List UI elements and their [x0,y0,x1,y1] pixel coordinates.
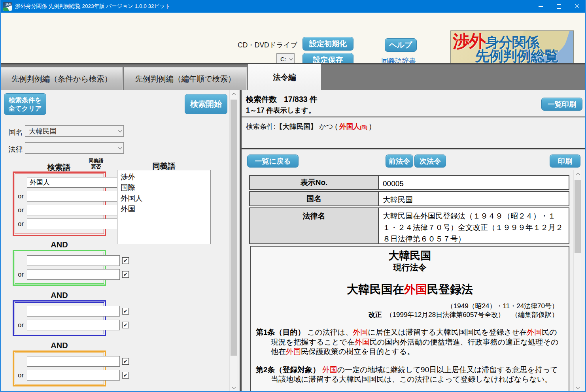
minimize-button[interactable] [531,0,550,13]
search-start-button[interactable]: 検索開始 [185,94,227,114]
detail-label-display-no: 表示No. [250,176,379,189]
chevron-down-icon [118,145,122,149]
detail-value-display-no: 00005 [379,176,569,189]
or-label: or [18,271,27,279]
result-count-line: 検索件数17/833 件 [246,94,318,105]
synonym-checkbox[interactable]: ✔ [122,257,129,264]
and-label: AND [13,341,106,350]
document-article-1: 第1条（目的） この法律は、外国に居住又は滞留する大韓民国国民を登録させ在外国民… [256,328,564,357]
logo-line2: 先例判例総覧 [475,47,558,63]
next-law-button[interactable]: 次法令 [414,155,446,168]
or-label: or [18,192,27,200]
synonym-item[interactable]: 外国人 [121,193,207,204]
back-to-list-button[interactable]: 一覧に戻る [247,155,299,168]
law-select[interactable] [25,142,124,154]
or-label: or [18,206,27,214]
search-term-input-9[interactable] [27,356,120,367]
search-term-input-3[interactable] [27,205,120,215]
table-row: 国名 大韓民国 [249,191,569,206]
drive-select-value: C: [280,56,286,62]
scroll-up-button[interactable] [230,90,238,98]
maximize-button[interactable] [550,0,568,13]
synonym-required-header: 同義語 要否 [82,158,110,170]
clear-button-line1: 検索条件を [9,96,42,104]
and-label: AND [13,291,106,300]
scroll-down-button[interactable] [574,384,582,392]
scroll-up-button[interactable] [574,170,582,178]
app-icon-text: 渉外 [6,2,11,6]
search-term-input-1[interactable] [27,177,120,188]
document-scrollbar[interactable] [573,170,581,392]
settings-init-button[interactable]: 設定初期化 [302,37,353,51]
synonym-checkbox[interactable]: ✔ [122,372,129,379]
search-term-input-4[interactable] [27,219,120,229]
table-row: 表示No. 00005 [249,175,569,190]
chevron-down-icon [289,57,293,60]
detail-label-law-name: 法律名 [250,208,379,243]
result-display-line: 1～17 件表示します。 [246,106,315,115]
document-country-heading: 大韓民国 [256,249,564,262]
synonym-item[interactable]: 外国 [121,204,207,214]
document-subtitle: 現行法令 [256,262,564,273]
search-panel: 検索条件を 全てクリア 検索開始 国名 大韓民国 法律 検索語 同義語 要否 同… [0,90,240,392]
search-term-input-10[interactable] [27,370,120,381]
search-term-input-6[interactable] [27,269,120,280]
search-group-3-inner: ✔ or ✔ [15,302,104,334]
tab-precedents-by-condition[interactable]: 先例判例編（条件から検索） [1,67,123,90]
tab-laws[interactable]: 法令編 [248,64,321,90]
search-group-2: ✔ or ✔ [13,250,106,286]
close-button[interactable] [568,0,586,13]
scroll-down-button[interactable] [230,384,238,392]
detail-value-country: 大韓民国 [379,192,569,205]
synonym-checkbox[interactable]: ✔ [122,271,129,278]
term-row: ✔ [18,177,101,188]
app-icon: 渉外 [3,2,12,11]
term-row: or ✔ [18,191,101,202]
table-row: 法律名 大韓民国在外国民登録法（１９４９（昭２４）・１１・２４法律７０号）全文改… [249,207,569,244]
synonym-checkbox[interactable]: ✔ [122,308,129,315]
tab-bar: 先例判例編（条件から検索） 先例判例編（編年順で検索） 法令編 [0,63,586,90]
scrollbar-thumb[interactable] [231,100,237,356]
tab-precedents-by-year[interactable]: 先例判例編（編年順で検索） [124,67,247,90]
chevron-up-icon [576,172,580,176]
chevron-down-icon [232,385,236,389]
header: CD・DVDドライブ C: 設定初期化 設定保存 ヘルプ 同義語辞書 渉外身分関… [0,13,586,63]
search-term-input-7[interactable] [27,306,120,317]
print-button[interactable]: 印刷 [550,155,580,168]
search-term-input-2[interactable] [27,191,120,202]
synonym-item[interactable]: 国際 [121,182,207,193]
result-count-label: 検索件数 [246,95,277,104]
close-icon [575,4,580,9]
synonym-list[interactable]: 渉外 国際 外国人 外国 [117,170,211,244]
print-list-button[interactable]: 一覧印刷 [541,98,582,111]
or-label: or [18,371,27,379]
term-row: ✔ [18,306,101,317]
scrollbar-thumb[interactable] [575,180,581,253]
drive-label: CD・DVDドライブ [238,40,297,50]
search-group-1: ✔ or ✔ or ✔ or ✔ [13,172,106,236]
search-group-4-inner: ✔ or ✔ [15,352,104,384]
synonym-item[interactable]: 渉外 [121,172,207,182]
search-term-input-8[interactable] [27,320,120,330]
product-logo: 渉外身分関係 先例判例総覧 [450,30,574,63]
country-select[interactable]: 大韓民国 [25,125,124,137]
results-separator [242,117,586,117]
search-group-4: ✔ or ✔ [13,351,106,386]
left-panel-scrollbar[interactable] [229,90,237,392]
country-label: 国名 [8,127,23,137]
document-ref-line2: 改正（1999年12月28日法律第6057号全改） （編集部仮訳） [256,311,564,319]
detail-value-law-name: 大韓民国在外国民登録法（１９４９（昭２４）・１１・２４法律７０号）全文改正（１９… [379,208,569,243]
help-button[interactable]: ヘルプ [385,38,417,52]
term-row: or ✔ [18,219,101,229]
or-label: or [18,220,27,228]
clear-all-conditions-button[interactable]: 検索条件を 全てクリア [4,93,46,115]
detail-label-country: 国名 [250,192,379,205]
term-row: or ✔ [18,320,101,330]
search-term-input-5[interactable] [27,255,120,266]
synonym-checkbox[interactable]: ✔ [122,322,129,328]
previous-law-button[interactable]: 前法令 [386,155,413,168]
synonym-checkbox[interactable]: ✔ [122,358,129,365]
or-label: or [18,321,27,329]
titlebar: 渉外 渉外身分関係 先例判例総覧 2023年版 バージョン 1.0.0 32ビッ… [0,0,586,13]
document-article-2: 第2条（登録対象） 外国の一定の地域に継続して90日以上居住又は滞留する意思を持… [256,365,564,384]
